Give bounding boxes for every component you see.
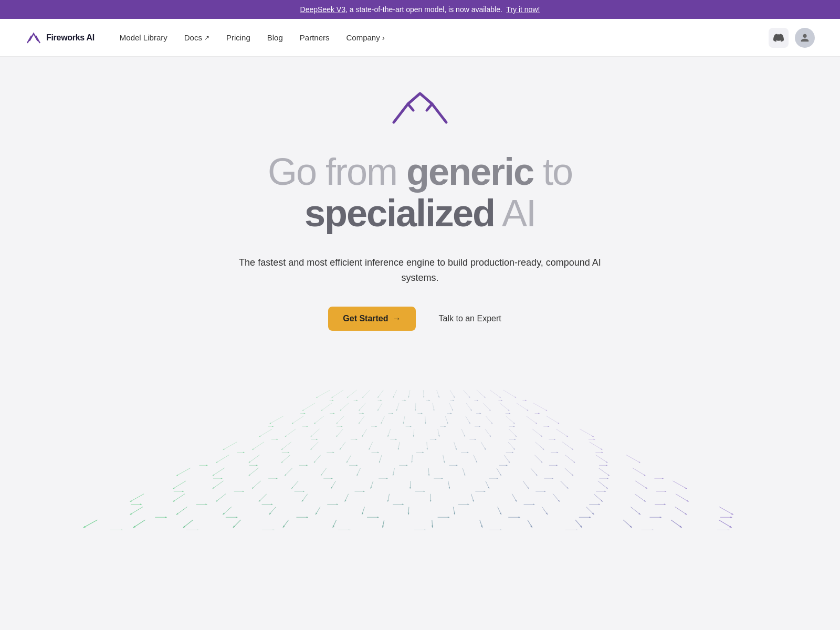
navbar: Fireworks AI Model Library Docs ↗ Pricin…: [0, 19, 840, 57]
title-part1: Go from: [268, 151, 406, 193]
hero-section: Go from generic to specialized AI The fa…: [0, 57, 840, 530]
logo-link[interactable]: Fireworks AI: [25, 29, 94, 46]
nav-docs[interactable]: Docs ↗: [184, 33, 209, 42]
try-now-link[interactable]: Try it now!: [506, 5, 540, 14]
arrow-icon: →: [393, 314, 401, 323]
title-specialized: specialized: [304, 192, 495, 234]
user-icon: [800, 33, 810, 43]
discord-icon: [773, 33, 784, 43]
arrow-grid-visualization: [105, 362, 735, 530]
get-started-button[interactable]: Get Started →: [328, 307, 415, 331]
hero-title: Go from generic to specialized AI: [184, 151, 656, 234]
nav-partners[interactable]: Partners: [300, 33, 330, 42]
announcement-banner: DeepSeek V3, a state-of-the-art open mod…: [0, 0, 840, 19]
fireworks-logo-icon: [25, 29, 42, 46]
chevron-right-icon: ›: [382, 33, 385, 42]
hero-logo: [386, 88, 454, 132]
nav-model-library[interactable]: Model Library: [120, 33, 167, 42]
hero-buttons: Get Started → Talk to an Expert: [328, 307, 511, 331]
nav-links: Model Library Docs ↗ Pricing Blog Partne…: [120, 33, 769, 42]
deepseek-link[interactable]: DeepSeek V3: [300, 5, 345, 14]
user-avatar-button[interactable]: [795, 28, 815, 48]
external-link-icon: ↗: [204, 34, 209, 41]
nav-actions: [769, 28, 815, 48]
nav-company[interactable]: Company ›: [346, 33, 385, 42]
logo-text: Fireworks AI: [46, 33, 94, 43]
title-generic: generic: [406, 151, 533, 193]
hero-subtitle: The fastest and most efficient inference…: [236, 255, 604, 286]
banner-text: , a state-of-the-art open model, is now …: [345, 5, 502, 14]
discord-button[interactable]: [769, 28, 789, 48]
hero-logo-icon: [386, 88, 454, 130]
grid-svg: [79, 362, 761, 530]
nav-blog[interactable]: Blog: [267, 33, 283, 42]
title-part3: AI: [495, 192, 536, 234]
talk-to-expert-button[interactable]: Talk to an Expert: [428, 307, 512, 331]
nav-pricing[interactable]: Pricing: [226, 33, 250, 42]
title-part2: to: [533, 151, 572, 193]
